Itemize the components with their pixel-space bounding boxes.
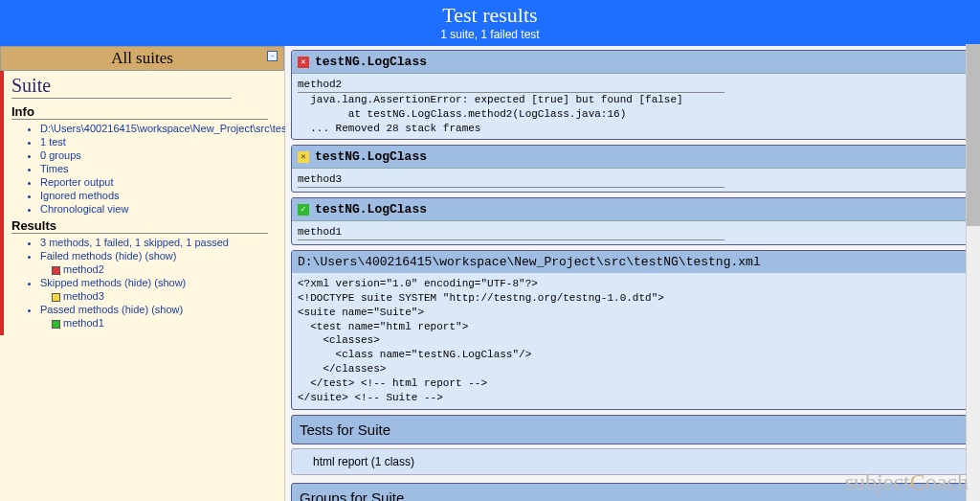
failed-method-link[interactable]: method2 [63, 263, 104, 275]
suite-title: Suite [11, 75, 277, 98]
class-name: testNG.LogClass [315, 202, 427, 216]
suite-block: Suite Info D:\Users\400216415\workspace\… [0, 71, 284, 335]
info-label: Info [11, 102, 277, 119]
xml-panel: D:\Users\400216415\workspace\New_Project… [291, 250, 972, 410]
failed-test-panel: ✕ testNG.LogClass method2 java.lang.Asse… [291, 50, 972, 140]
skipped-test-panel: ✕ testNG.LogClass method3 [291, 145, 972, 193]
panel-body: method2 java.lang.AssertionError: expect… [292, 74, 971, 139]
results-summary: 3 methods, 1 failed, 1 skipped, 1 passed [40, 237, 229, 248]
passed-methods-label: Passed methods [40, 304, 119, 315]
info-groups: 0 groups [40, 149, 81, 161]
error-line-1: java.lang.AssertionError: expected [true… [298, 94, 683, 105]
results-label: Results [11, 216, 277, 233]
page-title: Test results [0, 3, 980, 28]
failed-methods-label: Failed methods [40, 250, 112, 262]
error-line-3: ... Removed 28 stack frames [298, 123, 480, 134]
tests-row[interactable]: html report (1 class) [291, 448, 972, 475]
xml-path-header: D:\Users\400216415\workspace\New_Project… [292, 251, 971, 273]
results-list: 3 methods, 1 failed, 1 skipped, 1 passed… [11, 236, 277, 330]
tests-for-suite-header: Tests for Suite [291, 415, 972, 444]
pass-status-icon: ✓ [298, 204, 309, 216]
main-content: ✕ testNG.LogClass method2 java.lang.Asse… [285, 46, 980, 501]
failed-show-link[interactable]: (show) [145, 250, 176, 262]
all-suites-label: All suites [111, 49, 173, 67]
info-times-link[interactable]: Times [40, 163, 69, 174]
collapse-icon[interactable]: - [267, 51, 278, 61]
scroll-thumb[interactable] [967, 44, 980, 226]
info-tests-link[interactable]: 1 test [40, 136, 66, 148]
groups-for-suite-header: Groups for Suite [291, 483, 972, 501]
info-reporter-link[interactable]: Reporter output [40, 176, 113, 188]
skipped-show-link[interactable]: (show) [154, 277, 186, 288]
class-name: testNG.LogClass [315, 55, 427, 69]
method-name: method3 [298, 172, 724, 188]
fail-status-icon: ✕ [298, 57, 309, 68]
panel-header[interactable]: ✕ testNG.LogClass [292, 146, 971, 169]
panel-body: method1 [292, 221, 971, 244]
passed-hide-link[interactable]: (hide) [122, 304, 148, 315]
passed-test-panel: ✓ testNG.LogClass method1 [291, 197, 972, 245]
all-suites-header[interactable]: All suites - [0, 46, 284, 71]
info-chrono-link[interactable]: Chronological view [40, 203, 128, 215]
fail-icon [52, 266, 60, 275]
header: Test results 1 suite, 1 failed test [0, 0, 980, 46]
panel-header[interactable]: ✕ testNG.LogClass [292, 51, 971, 74]
info-ignored-link[interactable]: Ignored methods [40, 190, 120, 201]
skipped-hide-link[interactable]: (hide) [124, 277, 151, 288]
skip-status-icon: ✕ [298, 151, 309, 163]
class-name: testNG.LogClass [315, 149, 427, 164]
sidebar: All suites - Suite Info D:\Users\4002164… [0, 46, 285, 501]
xml-content: <?xml version="1.0" encoding="UTF-8"?> <… [292, 273, 971, 409]
header-subtitle: 1 suite, 1 failed test [0, 28, 980, 41]
skipped-method-link[interactable]: method3 [63, 290, 104, 302]
passed-show-link[interactable]: (show) [151, 304, 183, 315]
failed-hide-link[interactable]: (hide) [115, 250, 142, 262]
skipped-methods-label: Skipped methods [40, 277, 122, 288]
method-name: method1 [298, 225, 724, 240]
method-name: method2 [298, 78, 724, 93]
error-line-2: at testNG.LogClass.method2(LogClass.java… [298, 108, 626, 120]
skip-icon [52, 293, 60, 302]
scrollbar[interactable] [966, 44, 980, 501]
panel-header[interactable]: ✓ testNG.LogClass [292, 198, 971, 221]
info-list: D:\Users\400216415\workspace\New_Project… [11, 122, 277, 216]
passed-method-link[interactable]: method1 [63, 317, 104, 329]
pass-icon [52, 320, 60, 329]
panel-body: method3 [292, 169, 971, 192]
